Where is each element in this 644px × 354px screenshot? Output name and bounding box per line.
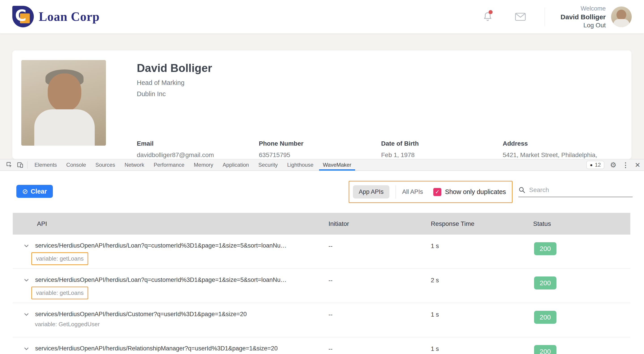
search-underline (518, 197, 632, 197)
messages-button[interactable] (514, 11, 527, 23)
error-dot-icon: ● (590, 163, 592, 167)
tab-memory[interactable]: Memory (189, 159, 218, 171)
initiator-cell: -- (328, 345, 431, 352)
status-cell: 200 (533, 242, 630, 255)
table-row[interactable]: services/HerdiusOpenAPI/herdius/Customer… (13, 303, 630, 337)
profile-title: Head of Marking (137, 79, 184, 87)
field-label: Address (503, 140, 635, 147)
search-icon (518, 186, 526, 194)
table-row[interactable]: services/HerdiusOpenAPI/herdius/Relation… (13, 337, 630, 354)
initiator-cell: -- (328, 311, 431, 318)
api-table: API Initiator Response Time Status servi… (13, 213, 630, 354)
api-url: services/HerdiusOpenAPI/herdius/Customer… (35, 311, 247, 318)
status-cell: 200 (533, 276, 630, 289)
status-badge: 200 (534, 311, 556, 324)
clear-label: Clear (31, 188, 47, 195)
api-filter-group: App APIs All APIs ✓ Show only duplicates (349, 181, 512, 203)
welcome-block: Welcome David Bolliger Log Out (560, 5, 606, 29)
app-header: C Loan Corp Welcome David Bolliger Log O… (0, 0, 644, 34)
header-right: Welcome David Bolliger Log Out (482, 0, 632, 34)
api-cell: services/HerdiusOpenAPI/herdius/Loan?q=c… (13, 242, 328, 265)
api-url: services/HerdiusOpenAPI/herdius/Loan?q=c… (35, 276, 286, 283)
tab-sources[interactable]: Sources (91, 159, 120, 171)
tab-wavemaker[interactable]: WaveMaker (318, 159, 356, 171)
check-icon: ✓ (435, 189, 440, 195)
devtools-toolbar: ElementsConsoleSourcesNetworkPerformance… (0, 159, 644, 171)
clear-block-icon: ⊘ (22, 187, 28, 196)
response-time-cell: 1 s (431, 311, 533, 318)
more-options-kebab-icon[interactable]: ⋮ (622, 161, 629, 169)
api-variable: variable: GetLoggedUser (35, 321, 100, 328)
page: { "header": { "brand": "Loan Corp", "wel… (0, 0, 644, 354)
inspect-cursor-icon (6, 162, 13, 168)
chevron-down-icon[interactable] (23, 242, 30, 249)
user-avatar[interactable] (611, 7, 632, 27)
show-only-duplicates-checkbox[interactable]: ✓ (433, 188, 441, 196)
tab-application[interactable]: Application (218, 159, 254, 171)
brand-logo[interactable]: C Loan Corp (12, 6, 100, 27)
tab-security[interactable]: Security (254, 159, 282, 171)
table-header: API Initiator Response Time Status (13, 213, 630, 235)
chevron-down-icon[interactable] (23, 345, 30, 352)
notifications-button[interactable] (482, 11, 494, 23)
issues-counter[interactable]: ● 12 (586, 161, 604, 169)
field-value: 635715795 (259, 151, 304, 159)
field-value: davidbolliger87@gmail.com (137, 151, 214, 159)
initiator-cell: -- (328, 242, 431, 250)
wavemaker-panel: ⊘ Clear App APIs All APIs ✓ Show only du… (0, 171, 644, 354)
status-badge: 200 (534, 242, 556, 255)
app-apis-button[interactable]: App APIs (353, 185, 390, 198)
logout-link[interactable]: Log Out (560, 21, 606, 29)
devtools-tabs: ElementsConsoleSourcesNetworkPerformance… (30, 159, 356, 171)
profile-card: David Bolliger Head of Marking Dublin In… (12, 51, 632, 159)
devtools-right-icons: ● 12 ⚙ ⋮ ✕ (586, 159, 644, 171)
all-apis-button[interactable]: All APIs (402, 188, 423, 195)
column-header-api: API (13, 220, 328, 227)
api-cell: services/HerdiusOpenAPI/herdius/Relation… (13, 345, 328, 352)
logo-c-letter: C (15, 6, 26, 25)
column-header-status: Status (533, 220, 630, 227)
header-user-name: David Bolliger (560, 13, 606, 21)
api-variable: variable: getLoans (31, 286, 88, 299)
api-cell: services/HerdiusOpenAPI/herdius/Loan?q=c… (13, 276, 328, 299)
response-time-cell: 1 s (431, 345, 533, 352)
close-devtools-icon[interactable]: ✕ (635, 161, 640, 169)
mail-icon (515, 13, 526, 21)
header-divider (544, 8, 545, 26)
api-variable: variable: getLoans (31, 252, 88, 265)
field-label: Date of Birth (381, 140, 419, 147)
field-phone: Phone Number 635715795 (259, 140, 304, 159)
segment-divider (396, 186, 396, 198)
search-field (518, 186, 632, 197)
table-row[interactable]: services/HerdiusOpenAPI/herdius/Loan?q=c… (13, 269, 630, 303)
search-input[interactable] (529, 186, 626, 194)
api-url: services/HerdiusOpenAPI/herdius/Relation… (35, 345, 278, 352)
profile-company: Dublin Inc (137, 90, 166, 98)
tab-console[interactable]: Console (62, 159, 91, 171)
welcome-text: Welcome (560, 5, 606, 13)
tab-network[interactable]: Network (120, 159, 149, 171)
field-value: Feb 1, 1978 (381, 151, 419, 159)
table-body: services/HerdiusOpenAPI/herdius/Loan?q=c… (13, 235, 630, 354)
field-label: Email (137, 140, 214, 147)
settings-gear-icon[interactable]: ⚙ (610, 161, 616, 169)
device-toolbar-icon (17, 162, 24, 168)
tab-lighthouse[interactable]: Lighthouse (282, 159, 318, 171)
field-date-of-birth: Date of Birth Feb 1, 1978 (381, 140, 419, 159)
field-label: Phone Number (259, 140, 304, 147)
brand-name: Loan Corp (39, 10, 100, 24)
profile-photo (21, 60, 106, 146)
tab-elements[interactable]: Elements (30, 159, 62, 171)
chevron-down-icon[interactable] (23, 277, 30, 283)
status-cell: 200 (533, 311, 630, 324)
chevron-down-icon[interactable] (23, 311, 30, 318)
inspect-element-button[interactable] (4, 160, 15, 170)
device-toolbar-button[interactable] (15, 160, 26, 170)
tab-performance[interactable]: Performance (149, 159, 189, 171)
table-row[interactable]: services/HerdiusOpenAPI/herdius/Loan?q=c… (13, 235, 630, 269)
loan-corp-logo-icon: C (12, 6, 34, 27)
clear-button[interactable]: ⊘ Clear (16, 185, 53, 198)
toolbar-separator (27, 161, 28, 169)
devtools-left-icons (0, 159, 30, 171)
profile-name: David Bolliger (137, 62, 212, 75)
